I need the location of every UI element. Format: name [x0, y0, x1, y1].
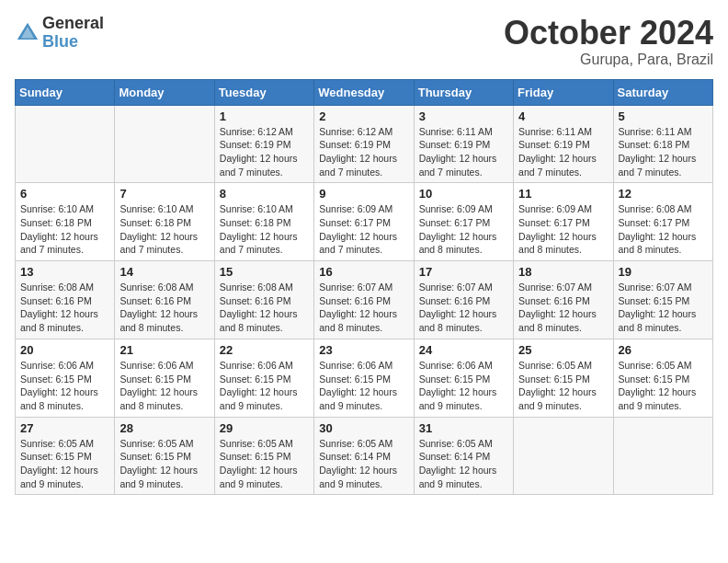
day-detail: Sunrise: 6:11 AM Sunset: 6:18 PM Dayligh…: [619, 125, 708, 179]
day-detail: Sunrise: 6:06 AM Sunset: 6:15 PM Dayligh…: [220, 359, 309, 413]
day-detail: Sunrise: 6:05 AM Sunset: 6:15 PM Dayligh…: [619, 359, 708, 413]
logo-icon: [15, 20, 40, 46]
calendar-cell: [514, 417, 613, 495]
calendar-week-row: 27Sunrise: 6:05 AM Sunset: 6:15 PM Dayli…: [16, 417, 713, 495]
calendar-cell: 20Sunrise: 6:06 AM Sunset: 6:15 PM Dayli…: [16, 339, 115, 417]
calendar-week-row: 1Sunrise: 6:12 AM Sunset: 6:19 PM Daylig…: [16, 105, 713, 183]
day-number: 31: [419, 421, 508, 435]
day-number: 21: [119, 343, 209, 357]
day-number: 26: [619, 343, 708, 357]
calendar-cell: 16Sunrise: 6:07 AM Sunset: 6:16 PM Dayli…: [314, 261, 414, 339]
day-number: 5: [619, 109, 708, 123]
day-detail: Sunrise: 6:07 AM Sunset: 6:16 PM Dayligh…: [518, 281, 608, 335]
calendar-cell: 5Sunrise: 6:11 AM Sunset: 6:18 PM Daylig…: [613, 105, 712, 183]
day-detail: Sunrise: 6:06 AM Sunset: 6:15 PM Dayligh…: [119, 359, 209, 413]
calendar-cell: [115, 105, 214, 183]
logo-text: General Blue: [42, 15, 104, 52]
day-detail: Sunrise: 6:06 AM Sunset: 6:15 PM Dayligh…: [319, 359, 408, 413]
calendar-cell: 11Sunrise: 6:09 AM Sunset: 6:17 PM Dayli…: [514, 183, 613, 261]
day-detail: Sunrise: 6:11 AM Sunset: 6:19 PM Dayligh…: [518, 125, 608, 179]
month-title: October 2024: [504, 15, 713, 52]
title-block: October 2024 Gurupa, Para, Brazil: [504, 15, 713, 68]
calendar-cell: 15Sunrise: 6:08 AM Sunset: 6:16 PM Dayli…: [214, 261, 313, 339]
day-detail: Sunrise: 6:12 AM Sunset: 6:19 PM Dayligh…: [220, 125, 309, 179]
day-detail: Sunrise: 6:05 AM Sunset: 6:14 PM Dayligh…: [419, 437, 508, 491]
day-number: 14: [119, 265, 209, 279]
day-number: 11: [518, 187, 608, 201]
weekday-header-friday: Friday: [514, 79, 613, 105]
calendar-cell: 19Sunrise: 6:07 AM Sunset: 6:15 PM Dayli…: [613, 261, 712, 339]
day-number: 13: [20, 265, 109, 279]
day-detail: Sunrise: 6:07 AM Sunset: 6:16 PM Dayligh…: [319, 281, 408, 335]
day-number: 20: [20, 343, 109, 357]
calendar-cell: 18Sunrise: 6:07 AM Sunset: 6:16 PM Dayli…: [514, 261, 613, 339]
day-number: 17: [419, 265, 508, 279]
day-number: 24: [419, 343, 508, 357]
calendar-cell: 24Sunrise: 6:06 AM Sunset: 6:15 PM Dayli…: [414, 339, 513, 417]
day-detail: Sunrise: 6:09 AM Sunset: 6:17 PM Dayligh…: [518, 202, 608, 257]
day-detail: Sunrise: 6:09 AM Sunset: 6:17 PM Dayligh…: [319, 202, 408, 257]
day-detail: Sunrise: 6:05 AM Sunset: 6:15 PM Dayligh…: [20, 437, 109, 491]
calendar-cell: 8Sunrise: 6:10 AM Sunset: 6:18 PM Daylig…: [214, 183, 313, 261]
day-detail: Sunrise: 6:10 AM Sunset: 6:18 PM Dayligh…: [20, 202, 109, 257]
day-detail: Sunrise: 6:07 AM Sunset: 6:16 PM Dayligh…: [419, 281, 508, 335]
day-number: 19: [619, 265, 708, 279]
logo: General Blue: [15, 15, 104, 52]
day-number: 3: [419, 109, 508, 123]
calendar-cell: 29Sunrise: 6:05 AM Sunset: 6:15 PM Dayli…: [214, 417, 313, 495]
calendar-cell: 13Sunrise: 6:08 AM Sunset: 6:16 PM Dayli…: [16, 261, 115, 339]
weekday-header-monday: Monday: [115, 79, 214, 105]
calendar-week-row: 6Sunrise: 6:10 AM Sunset: 6:18 PM Daylig…: [16, 183, 713, 261]
logo-general-text: General: [42, 15, 104, 33]
day-detail: Sunrise: 6:08 AM Sunset: 6:17 PM Dayligh…: [619, 202, 708, 257]
calendar-cell: 27Sunrise: 6:05 AM Sunset: 6:15 PM Dayli…: [16, 417, 115, 495]
weekday-header-wednesday: Wednesday: [314, 79, 414, 105]
page-header: General Blue October 2024 Gurupa, Para, …: [15, 15, 713, 68]
weekday-header-tuesday: Tuesday: [214, 79, 313, 105]
day-detail: Sunrise: 6:06 AM Sunset: 6:15 PM Dayligh…: [419, 359, 508, 413]
day-detail: Sunrise: 6:11 AM Sunset: 6:19 PM Dayligh…: [419, 125, 508, 179]
day-number: 25: [518, 343, 608, 357]
location-text: Gurupa, Para, Brazil: [504, 52, 713, 68]
weekday-header-saturday: Saturday: [613, 79, 712, 105]
day-number: 10: [419, 187, 508, 201]
day-detail: Sunrise: 6:05 AM Sunset: 6:15 PM Dayligh…: [518, 359, 608, 413]
calendar-cell: 28Sunrise: 6:05 AM Sunset: 6:15 PM Dayli…: [115, 417, 214, 495]
calendar-cell: 31Sunrise: 6:05 AM Sunset: 6:14 PM Dayli…: [414, 417, 513, 495]
calendar-cell: 3Sunrise: 6:11 AM Sunset: 6:19 PM Daylig…: [414, 105, 513, 183]
day-detail: Sunrise: 6:05 AM Sunset: 6:15 PM Dayligh…: [119, 437, 209, 491]
day-detail: Sunrise: 6:06 AM Sunset: 6:15 PM Dayligh…: [20, 359, 109, 413]
day-number: 18: [518, 265, 608, 279]
calendar-cell: 22Sunrise: 6:06 AM Sunset: 6:15 PM Dayli…: [214, 339, 313, 417]
weekday-header-row: SundayMondayTuesdayWednesdayThursdayFrid…: [16, 79, 713, 105]
day-number: 12: [619, 187, 708, 201]
day-number: 1: [220, 109, 309, 123]
day-number: 27: [20, 421, 109, 435]
day-number: 7: [119, 187, 209, 201]
calendar-cell: 2Sunrise: 6:12 AM Sunset: 6:19 PM Daylig…: [314, 105, 414, 183]
calendar-cell: 12Sunrise: 6:08 AM Sunset: 6:17 PM Dayli…: [613, 183, 712, 261]
day-number: 16: [319, 265, 408, 279]
weekday-header-thursday: Thursday: [414, 79, 513, 105]
day-detail: Sunrise: 6:12 AM Sunset: 6:19 PM Dayligh…: [319, 125, 408, 179]
day-detail: Sunrise: 6:09 AM Sunset: 6:17 PM Dayligh…: [419, 202, 508, 257]
calendar-cell: [16, 105, 115, 183]
calendar-cell: 23Sunrise: 6:06 AM Sunset: 6:15 PM Dayli…: [314, 339, 414, 417]
calendar-cell: 7Sunrise: 6:10 AM Sunset: 6:18 PM Daylig…: [115, 183, 214, 261]
day-number: 6: [20, 187, 109, 201]
day-number: 29: [220, 421, 309, 435]
day-number: 9: [319, 187, 408, 201]
calendar-cell: 9Sunrise: 6:09 AM Sunset: 6:17 PM Daylig…: [314, 183, 414, 261]
day-number: 2: [319, 109, 408, 123]
calendar-cell: 6Sunrise: 6:10 AM Sunset: 6:18 PM Daylig…: [16, 183, 115, 261]
calendar-cell: 14Sunrise: 6:08 AM Sunset: 6:16 PM Dayli…: [115, 261, 214, 339]
calendar-cell: 1Sunrise: 6:12 AM Sunset: 6:19 PM Daylig…: [214, 105, 313, 183]
calendar-cell: 21Sunrise: 6:06 AM Sunset: 6:15 PM Dayli…: [115, 339, 214, 417]
calendar-cell: 17Sunrise: 6:07 AM Sunset: 6:16 PM Dayli…: [414, 261, 513, 339]
calendar-week-row: 20Sunrise: 6:06 AM Sunset: 6:15 PM Dayli…: [16, 339, 713, 417]
day-detail: Sunrise: 6:05 AM Sunset: 6:14 PM Dayligh…: [319, 437, 408, 491]
day-number: 8: [220, 187, 309, 201]
weekday-header-sunday: Sunday: [16, 79, 115, 105]
calendar-table: SundayMondayTuesdayWednesdayThursdayFrid…: [15, 79, 713, 496]
day-detail: Sunrise: 6:10 AM Sunset: 6:18 PM Dayligh…: [220, 202, 309, 257]
